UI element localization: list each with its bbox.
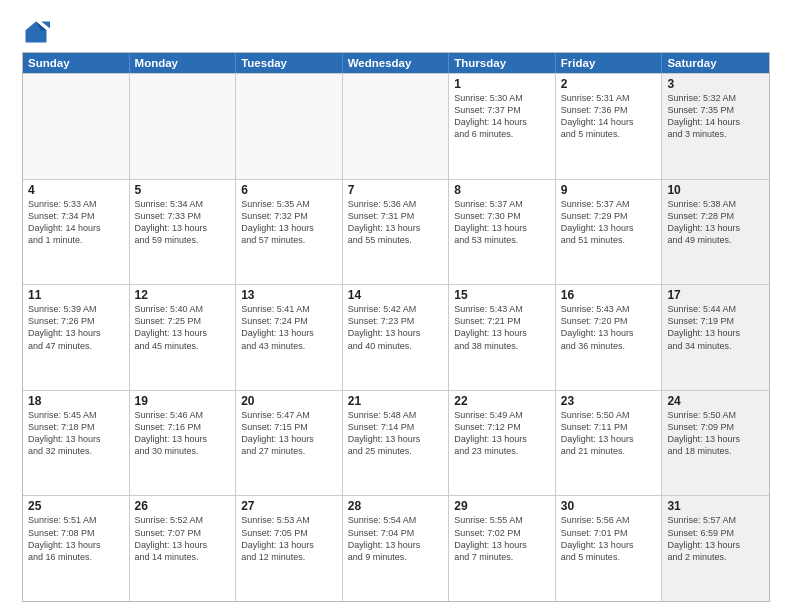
day-num-20: 20 xyxy=(241,394,337,408)
calendar-header: SundayMondayTuesdayWednesdayThursdayFrid… xyxy=(23,53,769,73)
day-num-24: 24 xyxy=(667,394,764,408)
day-num-8: 8 xyxy=(454,183,550,197)
cal-cell: 13Sunrise: 5:41 AM Sunset: 7:24 PM Dayli… xyxy=(236,285,343,390)
cal-cell: 2Sunrise: 5:31 AM Sunset: 7:36 PM Daylig… xyxy=(556,74,663,179)
day-num-13: 13 xyxy=(241,288,337,302)
day-num-12: 12 xyxy=(135,288,231,302)
day-info-13: Sunrise: 5:41 AM Sunset: 7:24 PM Dayligh… xyxy=(241,303,337,352)
cal-cell: 12Sunrise: 5:40 AM Sunset: 7:25 PM Dayli… xyxy=(130,285,237,390)
week-row-3: 11Sunrise: 5:39 AM Sunset: 7:26 PM Dayli… xyxy=(23,284,769,390)
cal-cell: 24Sunrise: 5:50 AM Sunset: 7:09 PM Dayli… xyxy=(662,391,769,496)
week-row-1: 1Sunrise: 5:30 AM Sunset: 7:37 PM Daylig… xyxy=(23,73,769,179)
day-num-21: 21 xyxy=(348,394,444,408)
week-row-4: 18Sunrise: 5:45 AM Sunset: 7:18 PM Dayli… xyxy=(23,390,769,496)
header-day-tuesday: Tuesday xyxy=(236,53,343,73)
day-num-15: 15 xyxy=(454,288,550,302)
cal-cell: 14Sunrise: 5:42 AM Sunset: 7:23 PM Dayli… xyxy=(343,285,450,390)
day-info-21: Sunrise: 5:48 AM Sunset: 7:14 PM Dayligh… xyxy=(348,409,444,458)
day-num-29: 29 xyxy=(454,499,550,513)
cal-cell: 26Sunrise: 5:52 AM Sunset: 7:07 PM Dayli… xyxy=(130,496,237,601)
day-info-29: Sunrise: 5:55 AM Sunset: 7:02 PM Dayligh… xyxy=(454,514,550,563)
day-num-23: 23 xyxy=(561,394,657,408)
day-info-12: Sunrise: 5:40 AM Sunset: 7:25 PM Dayligh… xyxy=(135,303,231,352)
cal-cell xyxy=(23,74,130,179)
day-num-3: 3 xyxy=(667,77,764,91)
day-info-14: Sunrise: 5:42 AM Sunset: 7:23 PM Dayligh… xyxy=(348,303,444,352)
cal-cell: 20Sunrise: 5:47 AM Sunset: 7:15 PM Dayli… xyxy=(236,391,343,496)
day-info-22: Sunrise: 5:49 AM Sunset: 7:12 PM Dayligh… xyxy=(454,409,550,458)
day-num-18: 18 xyxy=(28,394,124,408)
header-day-friday: Friday xyxy=(556,53,663,73)
day-num-25: 25 xyxy=(28,499,124,513)
day-num-11: 11 xyxy=(28,288,124,302)
day-info-19: Sunrise: 5:46 AM Sunset: 7:16 PM Dayligh… xyxy=(135,409,231,458)
header-day-wednesday: Wednesday xyxy=(343,53,450,73)
day-info-30: Sunrise: 5:56 AM Sunset: 7:01 PM Dayligh… xyxy=(561,514,657,563)
day-info-31: Sunrise: 5:57 AM Sunset: 6:59 PM Dayligh… xyxy=(667,514,764,563)
cal-cell: 29Sunrise: 5:55 AM Sunset: 7:02 PM Dayli… xyxy=(449,496,556,601)
svg-marker-0 xyxy=(26,22,47,43)
cal-cell: 11Sunrise: 5:39 AM Sunset: 7:26 PM Dayli… xyxy=(23,285,130,390)
cal-cell: 25Sunrise: 5:51 AM Sunset: 7:08 PM Dayli… xyxy=(23,496,130,601)
cal-cell: 22Sunrise: 5:49 AM Sunset: 7:12 PM Dayli… xyxy=(449,391,556,496)
cal-cell: 27Sunrise: 5:53 AM Sunset: 7:05 PM Dayli… xyxy=(236,496,343,601)
day-num-2: 2 xyxy=(561,77,657,91)
cal-cell: 28Sunrise: 5:54 AM Sunset: 7:04 PM Dayli… xyxy=(343,496,450,601)
day-info-26: Sunrise: 5:52 AM Sunset: 7:07 PM Dayligh… xyxy=(135,514,231,563)
day-num-7: 7 xyxy=(348,183,444,197)
cal-cell: 19Sunrise: 5:46 AM Sunset: 7:16 PM Dayli… xyxy=(130,391,237,496)
cal-cell: 6Sunrise: 5:35 AM Sunset: 7:32 PM Daylig… xyxy=(236,180,343,285)
day-info-2: Sunrise: 5:31 AM Sunset: 7:36 PM Dayligh… xyxy=(561,92,657,141)
cal-cell: 23Sunrise: 5:50 AM Sunset: 7:11 PM Dayli… xyxy=(556,391,663,496)
cal-cell: 21Sunrise: 5:48 AM Sunset: 7:14 PM Dayli… xyxy=(343,391,450,496)
day-info-28: Sunrise: 5:54 AM Sunset: 7:04 PM Dayligh… xyxy=(348,514,444,563)
day-info-4: Sunrise: 5:33 AM Sunset: 7:34 PM Dayligh… xyxy=(28,198,124,247)
day-num-19: 19 xyxy=(135,394,231,408)
day-num-30: 30 xyxy=(561,499,657,513)
day-info-8: Sunrise: 5:37 AM Sunset: 7:30 PM Dayligh… xyxy=(454,198,550,247)
calendar-body: 1Sunrise: 5:30 AM Sunset: 7:37 PM Daylig… xyxy=(23,73,769,601)
cal-cell: 16Sunrise: 5:43 AM Sunset: 7:20 PM Dayli… xyxy=(556,285,663,390)
header-day-thursday: Thursday xyxy=(449,53,556,73)
day-info-6: Sunrise: 5:35 AM Sunset: 7:32 PM Dayligh… xyxy=(241,198,337,247)
header-day-monday: Monday xyxy=(130,53,237,73)
cal-cell: 9Sunrise: 5:37 AM Sunset: 7:29 PM Daylig… xyxy=(556,180,663,285)
day-info-1: Sunrise: 5:30 AM Sunset: 7:37 PM Dayligh… xyxy=(454,92,550,141)
day-num-22: 22 xyxy=(454,394,550,408)
cal-cell: 4Sunrise: 5:33 AM Sunset: 7:34 PM Daylig… xyxy=(23,180,130,285)
logo xyxy=(22,18,54,46)
cal-cell: 17Sunrise: 5:44 AM Sunset: 7:19 PM Dayli… xyxy=(662,285,769,390)
day-num-6: 6 xyxy=(241,183,337,197)
logo-icon xyxy=(22,18,50,46)
header-day-saturday: Saturday xyxy=(662,53,769,73)
day-info-5: Sunrise: 5:34 AM Sunset: 7:33 PM Dayligh… xyxy=(135,198,231,247)
day-info-27: Sunrise: 5:53 AM Sunset: 7:05 PM Dayligh… xyxy=(241,514,337,563)
day-info-18: Sunrise: 5:45 AM Sunset: 7:18 PM Dayligh… xyxy=(28,409,124,458)
day-info-11: Sunrise: 5:39 AM Sunset: 7:26 PM Dayligh… xyxy=(28,303,124,352)
cal-cell: 18Sunrise: 5:45 AM Sunset: 7:18 PM Dayli… xyxy=(23,391,130,496)
day-info-20: Sunrise: 5:47 AM Sunset: 7:15 PM Dayligh… xyxy=(241,409,337,458)
cal-cell xyxy=(343,74,450,179)
day-info-10: Sunrise: 5:38 AM Sunset: 7:28 PM Dayligh… xyxy=(667,198,764,247)
day-num-16: 16 xyxy=(561,288,657,302)
day-info-7: Sunrise: 5:36 AM Sunset: 7:31 PM Dayligh… xyxy=(348,198,444,247)
header-row xyxy=(22,18,770,46)
cal-cell: 7Sunrise: 5:36 AM Sunset: 7:31 PM Daylig… xyxy=(343,180,450,285)
day-num-10: 10 xyxy=(667,183,764,197)
cal-cell: 10Sunrise: 5:38 AM Sunset: 7:28 PM Dayli… xyxy=(662,180,769,285)
day-num-27: 27 xyxy=(241,499,337,513)
day-num-14: 14 xyxy=(348,288,444,302)
day-num-5: 5 xyxy=(135,183,231,197)
day-info-23: Sunrise: 5:50 AM Sunset: 7:11 PM Dayligh… xyxy=(561,409,657,458)
day-info-15: Sunrise: 5:43 AM Sunset: 7:21 PM Dayligh… xyxy=(454,303,550,352)
cal-cell: 1Sunrise: 5:30 AM Sunset: 7:37 PM Daylig… xyxy=(449,74,556,179)
week-row-5: 25Sunrise: 5:51 AM Sunset: 7:08 PM Dayli… xyxy=(23,495,769,601)
day-info-3: Sunrise: 5:32 AM Sunset: 7:35 PM Dayligh… xyxy=(667,92,764,141)
day-num-17: 17 xyxy=(667,288,764,302)
day-info-16: Sunrise: 5:43 AM Sunset: 7:20 PM Dayligh… xyxy=(561,303,657,352)
page: SundayMondayTuesdayWednesdayThursdayFrid… xyxy=(0,0,792,612)
cal-cell: 5Sunrise: 5:34 AM Sunset: 7:33 PM Daylig… xyxy=(130,180,237,285)
day-num-26: 26 xyxy=(135,499,231,513)
header-day-sunday: Sunday xyxy=(23,53,130,73)
day-num-1: 1 xyxy=(454,77,550,91)
